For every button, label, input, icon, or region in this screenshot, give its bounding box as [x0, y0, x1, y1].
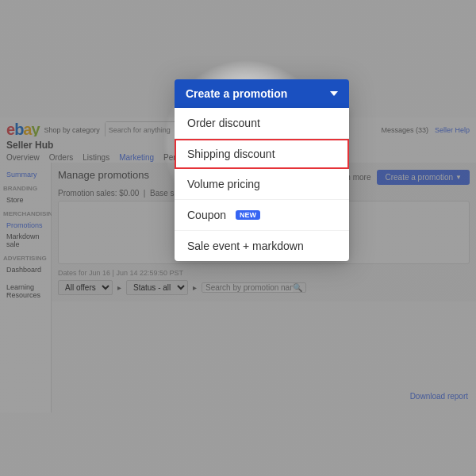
sidebar: Summary BRANDING Store MERCHANDISING Pro…: [0, 163, 52, 413]
new-badge: NEW: [236, 210, 260, 220]
create-promotion-button[interactable]: Create a promotion ▼: [377, 170, 470, 185]
sidebar-item-promotions[interactable]: Promotions: [3, 220, 48, 231]
search-promo-input[interactable]: [205, 283, 293, 292]
all-offers-select[interactable]: All offers: [58, 280, 113, 295]
header-right: Messages (33) Seller Help: [381, 126, 470, 134]
caret-icon: [330, 91, 338, 96]
sidebar-item-store[interactable]: Store: [3, 194, 48, 205]
dropdown-item-sale-event[interactable]: Sale event + markdown: [175, 231, 349, 261]
dropdown-item-coupon[interactable]: Coupon NEW: [175, 200, 349, 231]
coupon-label: Coupon: [187, 209, 226, 221]
sidebar-item-summary[interactable]: Summary: [3, 169, 48, 180]
date-range: Dates for Jun 16 | Jun 14 22:59:50 PST: [58, 269, 470, 277]
sidebar-item-dashboard[interactable]: Dashboard: [3, 264, 48, 275]
caret-down-icon: ▼: [455, 174, 462, 181]
sidebar-section-advertising: ADVERTISING: [3, 255, 48, 262]
sidebar-item-learning[interactable]: Learning Resources: [3, 282, 48, 301]
shop-by-category[interactable]: Shop by category: [44, 126, 100, 134]
sale-event-label: Sale event + markdown: [187, 240, 304, 252]
dropdown-trigger-button[interactable]: Create a promotion: [175, 79, 349, 108]
create-promotion-label: Create a promotion: [385, 173, 453, 182]
shipping-discount-label: Shipping discount: [187, 148, 275, 160]
dropdown-menu: Order discount Shipping discount Volume …: [175, 108, 349, 261]
filter-separator: ▸: [117, 283, 121, 292]
status-select[interactable]: Status - all: [126, 280, 188, 295]
volume-pricing-label: Volume pricing: [187, 178, 260, 190]
dropdown-item-order-discount[interactable]: Order discount: [175, 108, 349, 139]
dropdown-trigger-label: Create a promotion: [186, 87, 287, 100]
filter-separator2: ▸: [193, 283, 197, 292]
dropdown-item-volume-pricing[interactable]: Volume pricing: [175, 169, 349, 200]
messages-link[interactable]: Messages (33): [381, 126, 428, 134]
page-wrapper: ebay Shop by category Search Messages (3…: [0, 0, 476, 476]
seller-help-link[interactable]: Seller Help: [435, 126, 470, 134]
filter-bar: All offers ▸ Status - all ▸ 🔍: [58, 280, 470, 295]
order-discount-label: Order discount: [187, 117, 260, 129]
manage-promotions-title: Manage promotions: [58, 169, 149, 181]
sidebar-section-branding: BRANDING: [3, 185, 48, 192]
search-promo-wrapper: 🔍: [202, 282, 306, 293]
dropdown-item-shipping-discount[interactable]: Shipping discount: [175, 139, 349, 169]
promotion-sales: Promotion sales: $0.00: [58, 189, 139, 198]
sidebar-item-markdown[interactable]: Markdown sale: [3, 231, 48, 250]
sidebar-section-merchandising: MERCHANDISING: [3, 210, 48, 217]
search-icon: 🔍: [293, 283, 302, 292]
download-report-link[interactable]: Download report: [410, 392, 468, 401]
dropdown-container: Create a promotion Order discount Shippi…: [175, 79, 349, 261]
